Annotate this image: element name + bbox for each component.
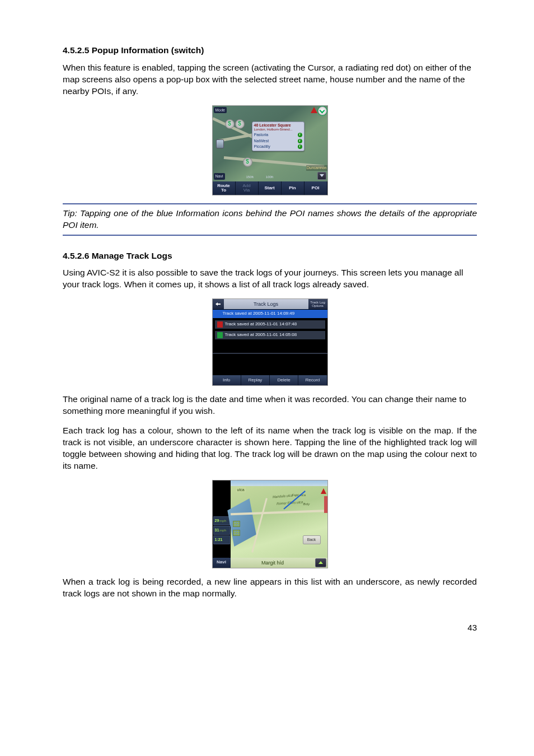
section-heading-4525: 4.5.2.5 Popup Information (switch) [63,45,477,57]
figure-map-track: 29mph 31mph 1:21 utca Mandula utca Fajd … [212,480,328,568]
back-icon[interactable] [213,299,224,309]
replay-button[interactable]: Replay [241,375,270,385]
popup-title: 40 Leicester Square [254,123,302,128]
color-swatch [217,332,223,338]
navi-button[interactable]: Navi [214,173,225,179]
poi-bank-icon[interactable]: $ [235,119,245,129]
map-area[interactable]: utca Mandula utca Fajd utca Rómer Flóris… [231,480,327,558]
river [227,498,256,547]
north-arrow-icon [311,107,317,113]
record-button[interactable]: Record [298,375,327,385]
poi-bank-icon[interactable]: $ [225,119,235,129]
bottom-bar: Navi Margit híd [213,558,327,568]
para-4526-4: When a track log is being recorded, a ne… [63,576,477,600]
gps-icon [318,106,327,115]
tracklog-row-selected[interactable]: Track saved at 2005-11-01 14:09:49 [213,309,327,318]
color-swatch [215,311,221,317]
add-via-button[interactable]: Add Via [236,181,259,195]
navi-button[interactable]: Navi [213,558,231,568]
tracklog-row[interactable]: Track saved at 2005-11-01 14:05:08 [215,330,325,339]
popup-poi-name: NatWest [254,138,269,143]
scale-bar: 150ft100ft [246,175,322,179]
tracklog-name: Track saved at 2005-11-01 14:07:48 [225,321,297,328]
mode-button[interactable]: Mode [214,107,227,113]
tracklog-name: Track saved at 2005-11-01 14:09:49 [223,311,295,317]
north-arrow-icon [321,488,326,494]
grid-icon[interactable] [233,530,240,536]
street-label: Mandula utca [272,493,293,499]
up-arrow-button[interactable] [315,558,326,567]
map-edge-indicator [324,496,327,513]
para-4525-1: When this feature is enabled, tapping th… [63,62,477,97]
info-icon[interactable]: i [298,144,302,149]
poi-bank-icon[interactable]: $ [243,157,252,167]
figure-popup-info: Mode $ $ $ 40 Leicester Square London, H… [212,105,328,195]
route-to-button[interactable]: Route To [213,181,236,195]
time-display: 1:21 [213,535,230,544]
current-street: Margit híd [231,559,315,566]
popup-poi-name: Pastoria [254,132,269,137]
tracklog-options-button[interactable]: Track Log Options [308,299,327,309]
figure-track-logs: Track Logs Track Log Options Track saved… [212,298,328,386]
info-button[interactable]: Info [213,375,241,385]
tracklog-name: Track saved at 2005-11-01 14:05:08 [225,332,297,338]
street-label: Boly [303,502,310,506]
grid-icon[interactable] [233,521,240,527]
info-popup: 40 Leicester Square London, Holborn-Stra… [252,122,305,151]
back-button[interactable]: Back [303,535,321,544]
speed-display: 29mph [213,516,230,525]
para-4526-2: The original name of a track log is the … [63,394,477,417]
down-arrow-button[interactable] [317,172,326,180]
info-icon[interactable]: i [298,133,302,137]
page-number: 43 [63,622,477,633]
section-heading-4526: 4.5.2.6 Manage Track Logs [63,250,477,262]
tip-text: Tip: Tapping one of the blue Information… [63,208,477,231]
track-logs-footer: Info Replay Delete Record [213,375,327,385]
info-icon[interactable]: i [298,139,302,143]
popup-poi-name: Piccadilly [254,144,270,149]
color-swatch [217,321,223,328]
street-label: utca [236,487,246,492]
delete-button[interactable]: Delete [270,375,298,385]
start-button[interactable]: Start [259,181,282,195]
speed-display: 31mph [213,526,230,535]
track-logs-header: Track Logs Track Log Options [213,299,327,309]
left-sidebar: 29mph 31mph 1:21 [213,480,231,558]
street-label: Duncannon [306,165,327,170]
para-4526-3: Each track log has a colour, shown to th… [63,425,477,472]
view-3d-icon[interactable] [216,139,224,148]
poi-button[interactable]: POI [305,181,327,195]
para-4526-1: Using AVIC-S2 it is also possible to sav… [63,267,477,291]
pin-button[interactable]: Pin [282,181,305,195]
bottom-toolbar: Route To Add Via Start Pin POI [213,181,327,195]
tracklog-row[interactable]: Track saved at 2005-11-01 14:07:48 [215,320,325,329]
popup-subtitle: London, Holborn-Strand... [254,127,302,132]
screen-title: Track Logs [224,299,308,309]
tip-box: Tip: Tapping one of the blue Information… [63,203,477,236]
